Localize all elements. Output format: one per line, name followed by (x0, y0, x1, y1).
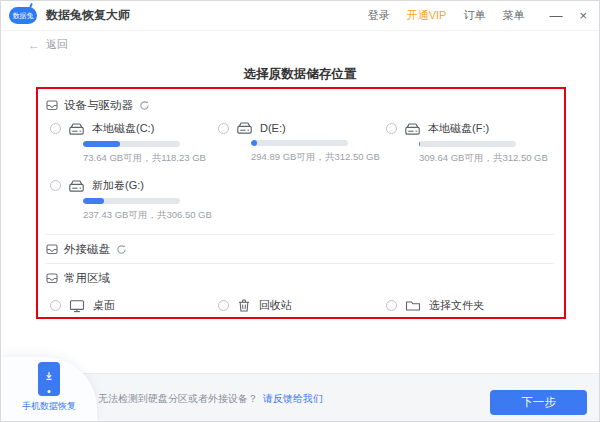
drive-name: 本地磁盘(C:) (92, 121, 154, 136)
common-item-recycle-bin[interactable]: 回收站 (218, 298, 386, 313)
radio-choose-folder[interactable] (386, 300, 397, 311)
section-devices-title: 设备与驱动器 (64, 98, 133, 113)
common-item-desktop[interactable]: 桌面 (50, 298, 218, 313)
section-common-title: 常用区域 (64, 271, 110, 286)
common-item-label: 选择文件夹 (429, 298, 484, 313)
drive-usage-bar (419, 141, 516, 147)
drive-capacity-text: 237.43 GB可用，共306.50 GB (83, 209, 218, 222)
drive-section-icon (46, 99, 58, 111)
drive-usage-bar (83, 141, 180, 147)
recycle-bin-icon (237, 298, 251, 313)
app-window: { "colors": { "accent": "#3b7af0", "vip_… (0, 0, 600, 422)
vip-link[interactable]: 开通VIP (407, 8, 447, 23)
download-arrow-icon (43, 370, 55, 382)
drive-section-icon (46, 272, 58, 284)
app-title: 数据兔恢复大师 (46, 7, 130, 24)
hard-drive-icon (68, 122, 85, 136)
close-button[interactable]: × (579, 8, 587, 23)
app-logo-text: 数据兔 (13, 11, 34, 21)
radio-drive-g[interactable] (50, 180, 61, 191)
common-item-label: 桌面 (93, 298, 115, 313)
common-areas-grid: 桌面 回收站 选择文件夹 (46, 290, 554, 313)
drive-usage-fill (419, 141, 420, 147)
section-external-header: 外接磁盘 (46, 237, 554, 261)
drive-item-e[interactable]: D(E:) 294.89 GB可用，共312.50 GB (218, 121, 386, 165)
titlebar-menu: 登录 开通VIP 订单 菜单 — × (368, 8, 587, 23)
section-external-title: 外接磁盘 (64, 242, 110, 257)
feedback-link[interactable]: 请反馈给我们 (263, 393, 323, 404)
drive-capacity-text: 73.64 GB可用，共118.23 GB (83, 152, 218, 165)
drive-name: D(E:) (260, 122, 286, 134)
divider (46, 263, 554, 264)
drive-item-f[interactable]: 本地磁盘(F:) 309.64 GB可用，共312.50 GB (386, 121, 554, 165)
drive-usage-fill (83, 141, 120, 147)
drive-section-icon (46, 243, 58, 255)
login-link[interactable]: 登录 (368, 8, 390, 23)
page-title: 选择原数据储存位置 (1, 66, 599, 83)
radio-drive-e[interactable] (218, 123, 229, 134)
phone-recovery-panel[interactable]: 手机数据恢复 (1, 357, 97, 421)
next-step-button[interactable]: 下一步 (490, 390, 587, 415)
back-arrow-icon: ← (28, 38, 40, 52)
drive-usage-bar (83, 198, 180, 204)
drive-name: 新加卷(G:) (92, 178, 144, 193)
back-label: 返回 (46, 37, 68, 52)
phone-icon (38, 362, 60, 396)
titlebar: 数据兔 数据兔恢复大师 登录 开通VIP 订单 菜单 — × (1, 1, 599, 31)
section-devices-header: 设备与驱动器 (46, 93, 554, 117)
radio-desktop[interactable] (50, 300, 61, 311)
common-item-label: 回收站 (259, 298, 292, 313)
hard-drive-icon (68, 179, 85, 193)
section-common-header: 常用区域 (46, 266, 554, 290)
drive-item-c[interactable]: 本地磁盘(C:) 73.64 GB可用，共118.23 GB (50, 121, 218, 165)
footer-hint: 无法检测到硬盘分区或者外接设备？请反馈给我们 (98, 392, 323, 406)
hint-text: 无法检测到硬盘分区或者外接设备？ (98, 393, 258, 404)
phone-panel-label: 手机数据恢复 (22, 400, 76, 413)
folder-icon (405, 299, 421, 312)
minimize-button[interactable]: — (549, 8, 562, 23)
radio-recycle-bin[interactable] (218, 300, 229, 311)
drive-usage-fill (251, 140, 257, 146)
drive-usage-bar (251, 140, 348, 146)
drive-usage-fill (83, 198, 104, 204)
drive-item-g[interactable]: 新加卷(G:) 237.43 GB可用，共306.50 GB (50, 178, 218, 222)
refresh-icon[interactable] (139, 100, 150, 111)
orders-link[interactable]: 订单 (463, 8, 485, 23)
drive-capacity-text: 294.89 GB可用，共312.50 GB (251, 151, 386, 164)
hard-drive-icon (236, 121, 253, 135)
common-item-choose-folder[interactable]: 选择文件夹 (386, 298, 554, 313)
drive-capacity-text: 309.64 GB可用，共312.50 GB (419, 152, 554, 165)
refresh-icon[interactable] (116, 244, 127, 255)
radio-drive-c[interactable] (50, 123, 61, 134)
divider (46, 234, 554, 235)
app-logo: 数据兔 (9, 7, 37, 24)
desktop-icon (69, 299, 85, 313)
back-button[interactable]: ← 返回 (1, 31, 599, 58)
drives-grid: 本地磁盘(C:) 73.64 GB可用，共118.23 GB D(E:) 294… (46, 117, 554, 232)
menu-link[interactable]: 菜单 (502, 8, 524, 23)
hard-drive-icon (404, 122, 421, 136)
drive-name: 本地磁盘(F:) (428, 121, 489, 136)
radio-drive-f[interactable] (386, 123, 397, 134)
storage-location-panel: 设备与驱动器 本地磁盘(C:) 73.64 GB可用，共118.23 GB D(… (36, 87, 566, 319)
